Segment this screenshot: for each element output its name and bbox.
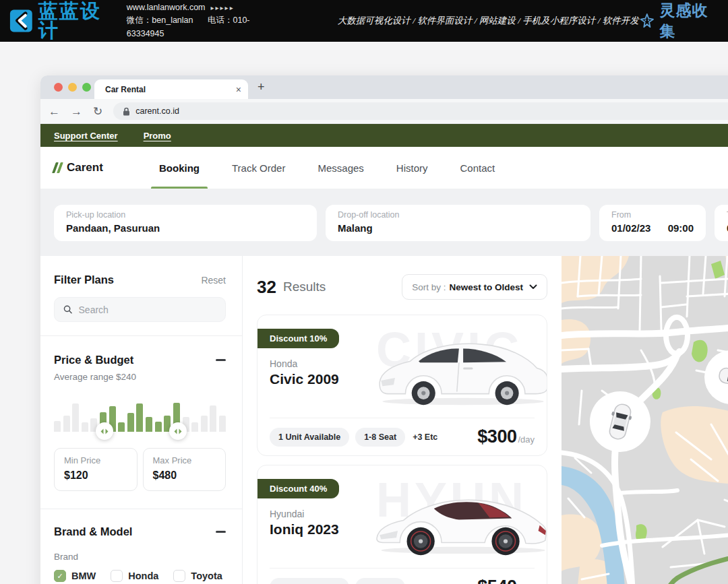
histogram-bar xyxy=(136,403,143,432)
to-datetime-field[interactable]: To 0 xyxy=(715,205,728,241)
nav-item-history[interactable]: History xyxy=(380,147,444,189)
sort-dropdown[interactable]: Sort by : Newest to Oldest xyxy=(402,274,547,300)
car-marker[interactable] xyxy=(590,391,650,452)
map[interactable] xyxy=(562,256,728,584)
from-label: From xyxy=(611,210,694,220)
from-time: 09:00 xyxy=(668,222,694,234)
carent-logo[interactable]: Carent xyxy=(54,161,143,174)
histogram-bar xyxy=(155,422,162,432)
histogram-bar xyxy=(191,422,198,432)
price-per-day: $300 xyxy=(477,426,516,447)
nav-item-messages[interactable]: Messages xyxy=(301,147,380,189)
filter-search-box[interactable] xyxy=(54,297,226,322)
close-window-button[interactable] xyxy=(54,83,63,92)
main-content: Filter Plans Reset Price & Budget Averag… xyxy=(40,256,728,584)
url-text: carent.co.id xyxy=(135,106,179,116)
new-tab-button[interactable]: + xyxy=(257,80,265,94)
divider xyxy=(270,418,535,418)
dropoff-label: Drop-off location xyxy=(338,210,578,220)
from-datetime-field[interactable]: From 01/02/23 09:00 xyxy=(599,205,706,241)
histogram-bar xyxy=(72,403,79,432)
car-model: Civic 2009 xyxy=(270,371,339,387)
brand-option-honda[interactable]: Honda xyxy=(111,570,158,582)
filter-plans-title: Filter Plans xyxy=(54,273,114,286)
brand-option-bmw[interactable]: ✓ BMW xyxy=(54,570,96,582)
discount-badge: Discount 40% xyxy=(257,479,339,498)
histogram-bar xyxy=(219,416,226,432)
browser-toolbar: ← → ↻ carent.co.id xyxy=(40,99,728,124)
reset-filters-button[interactable]: Reset xyxy=(201,275,226,286)
checkbox-checked-icon[interactable]: ✓ xyxy=(54,570,66,582)
tab-title: Car Rental xyxy=(105,85,236,94)
sort-value: Newest to Oldest xyxy=(449,282,523,292)
pickup-location-field[interactable]: Pick-up location Pandaan, Pasuruan xyxy=(54,205,317,241)
arrows-decoration: ▸▸▸▸▸ xyxy=(211,4,235,11)
agency-logo-text: 蓝蓝设计 xyxy=(38,1,115,40)
maximize-window-button[interactable] xyxy=(82,83,91,92)
histogram-bar xyxy=(201,416,208,432)
back-icon[interactable]: ← xyxy=(49,106,60,117)
dropoff-location-field[interactable]: Drop-off location Malang xyxy=(326,205,590,241)
inspiration-label: 灵感收集 xyxy=(659,0,719,42)
window-controls[interactable] xyxy=(54,83,91,92)
promo-link[interactable]: Promo xyxy=(144,131,171,141)
max-price-slider-handle[interactable] xyxy=(169,422,187,440)
car-card-ioniq[interactable]: HYUN Discount 40% Hyundai Ioniq 2023 1 U… xyxy=(257,465,547,584)
agency-logo-icon xyxy=(9,8,33,34)
nav-item-contact[interactable]: Contact xyxy=(444,147,512,189)
minimize-window-button[interactable] xyxy=(68,83,77,92)
from-date: 01/02/23 xyxy=(611,222,650,234)
min-price-slider-handle[interactable] xyxy=(96,422,113,440)
car-image-hatchback xyxy=(374,329,547,410)
url-bar[interactable]: carent.co.id xyxy=(113,102,728,120)
max-price-field[interactable]: Max Price $480 xyxy=(143,448,226,491)
divider xyxy=(270,568,535,569)
min-price-field[interactable]: Min Price $120 xyxy=(54,448,138,491)
nav-item-booking[interactable]: Booking xyxy=(143,147,216,189)
checkbox-icon[interactable] xyxy=(111,570,123,582)
histogram-bar xyxy=(127,413,134,432)
dropoff-value: Malang xyxy=(338,222,578,234)
slider-arrows-icon xyxy=(174,428,182,434)
car-card-civic[interactable]: CIVIC Discount 10% Honda Civic 2009 xyxy=(257,315,547,456)
sparkle-star-icon xyxy=(639,12,655,30)
tab-close-icon[interactable]: × xyxy=(236,85,241,94)
divider xyxy=(40,335,242,336)
slider-arrows-icon xyxy=(100,428,109,434)
seats-pill: 1-4 Seat xyxy=(355,578,405,584)
seats-pill: 1-8 Seat xyxy=(355,428,405,447)
filter-search-input[interactable] xyxy=(79,304,216,315)
sort-label: Sort by : xyxy=(412,282,446,292)
chevron-down-icon xyxy=(529,284,537,290)
price-histogram xyxy=(54,393,226,432)
browser-window: Car Rental × + ← → ↻ carent.co.id Suppor… xyxy=(40,75,728,584)
collapse-minus-icon[interactable] xyxy=(216,531,226,533)
min-price-value: $120 xyxy=(64,469,127,482)
brand-option-toyota[interactable]: Toyota xyxy=(173,570,222,582)
inspiration-collect: 灵感收集 xyxy=(639,0,719,42)
agency-header: 蓝蓝设计 www.lanlanwork.com▸▸▸▸▸ 微信：ben_lanl… xyxy=(0,0,728,42)
forward-icon[interactable]: → xyxy=(71,106,82,117)
agency-services: 大数据可视化设计 / 软件界面设计 / 网站建设 / 手机及小程序设计 / 软件… xyxy=(338,15,639,27)
car-brand: Honda xyxy=(270,358,297,369)
histogram-bar xyxy=(118,422,125,432)
support-center-link[interactable]: Support Center xyxy=(54,131,118,141)
histogram-bar xyxy=(210,405,216,432)
agency-website: www.lanlanwork.com xyxy=(127,3,206,12)
collapse-minus-icon[interactable] xyxy=(216,359,226,361)
car-brand: Hyundai xyxy=(270,509,304,519)
reload-icon[interactable]: ↻ xyxy=(93,106,102,117)
map-panel[interactable] xyxy=(562,256,728,584)
carent-brand-name: Carent xyxy=(67,161,103,174)
price-budget-title: Price & Budget xyxy=(54,354,133,366)
etc-label[interactable]: +3 Etc xyxy=(413,432,437,442)
nav-items: Booking Track Order Messages History Con… xyxy=(143,147,511,189)
booking-search-strip: Pick-up location Pandaan, Pasuruan Drop-… xyxy=(40,189,728,256)
histogram-bar xyxy=(54,421,61,432)
browser-tab[interactable]: Car Rental × xyxy=(94,79,248,99)
checkbox-icon[interactable] xyxy=(173,570,185,582)
brand-model-title: Brand & Model xyxy=(54,525,132,538)
units-pill: 1 Unit Available xyxy=(270,578,349,584)
nav-item-track-order[interactable]: Track Order xyxy=(216,147,301,189)
results-panel: 32 Results Sort by : Newest to Oldest CI… xyxy=(257,256,547,584)
